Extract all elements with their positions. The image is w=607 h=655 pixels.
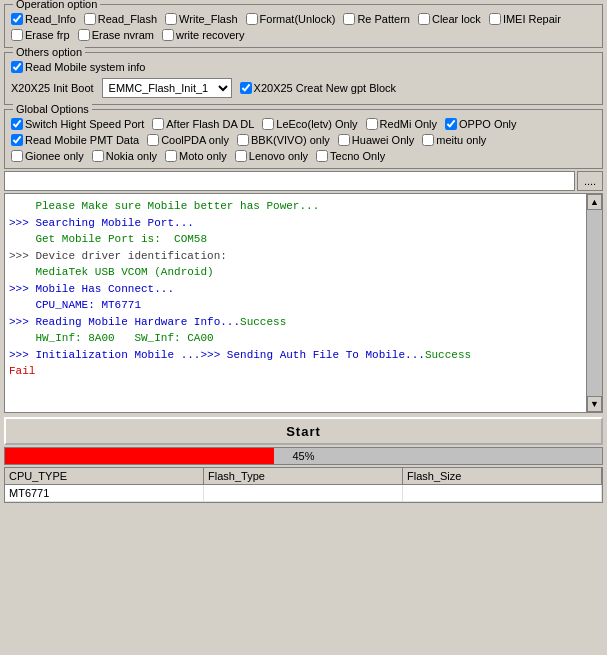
- cb-after-flash-da-input[interactable]: [152, 118, 164, 130]
- cb-re-pattern[interactable]: Re Pattern: [343, 13, 410, 25]
- table-cell-flash-size: [403, 485, 602, 501]
- log-area: Please Make sure Mobile better has Power…: [4, 193, 603, 413]
- cb-read-flash-input[interactable]: [84, 13, 96, 25]
- cb-read-mobile-pmt[interactable]: Read Mobile PMT Data: [11, 134, 139, 146]
- table-cell-flash-type: [204, 485, 403, 501]
- cb-write-flash-input[interactable]: [165, 13, 177, 25]
- global-options-row1: Switch Hight Speed Port After Flash DA D…: [11, 118, 596, 130]
- cb-read-mobile-pmt-input[interactable]: [11, 134, 23, 146]
- cb-bbk-vivo[interactable]: BBK(VIVO) only: [237, 134, 330, 146]
- scroll-down-button[interactable]: ▼: [587, 396, 602, 412]
- cb-tecno-only[interactable]: Tecno Only: [316, 150, 385, 162]
- cb-clear-lock-input[interactable]: [418, 13, 430, 25]
- log-line-6: >>> Mobile Has Connect...: [9, 281, 582, 298]
- cb-read-mobile-system-label: Read Mobile system info: [25, 61, 145, 73]
- cb-meitu-only[interactable]: meitu only: [422, 134, 486, 146]
- cb-gpt-block[interactable]: X20X25 Creat New gpt Block: [240, 82, 396, 94]
- cb-coolpda-only-label: CoolPDA only: [161, 134, 229, 146]
- start-button-row: Start: [4, 417, 603, 445]
- cb-tecno-only-input[interactable]: [316, 150, 328, 162]
- cb-gionee-only-label: Gionee only: [25, 150, 84, 162]
- cb-imei-repair[interactable]: IMEI Repair: [489, 13, 561, 25]
- cb-redmi-only[interactable]: RedMi Only: [366, 118, 437, 130]
- cb-re-pattern-label: Re Pattern: [357, 13, 410, 25]
- cb-format-unlock-input[interactable]: [246, 13, 258, 25]
- browse-button[interactable]: ....: [577, 171, 603, 191]
- cb-clear-lock[interactable]: Clear lock: [418, 13, 481, 25]
- cb-moto-only[interactable]: Moto only: [165, 150, 227, 162]
- cb-write-recovery-label: write recovery: [176, 29, 244, 41]
- file-path-input[interactable]: [4, 171, 575, 191]
- cb-leeco-only[interactable]: LeEco(letv) Only: [262, 118, 357, 130]
- cb-after-flash-da-label: After Flash DA DL: [166, 118, 254, 130]
- cb-read-flash-label: Read_Flash: [98, 13, 157, 25]
- cb-re-pattern-input[interactable]: [343, 13, 355, 25]
- global-options-section: Global Options Switch Hight Speed Port A…: [4, 109, 603, 169]
- cb-redmi-only-input[interactable]: [366, 118, 378, 130]
- cb-erase-frp-input[interactable]: [11, 29, 23, 41]
- cb-read-info[interactable]: Read_Info: [11, 13, 76, 25]
- cb-read-info-input[interactable]: [11, 13, 23, 25]
- cb-lenovo-only-input[interactable]: [235, 150, 247, 162]
- log-line-1: Please Make sure Mobile better has Power…: [9, 198, 582, 215]
- table-header-row: CPU_TYPE Flash_Type Flash_Size: [5, 468, 602, 485]
- cb-read-mobile-system[interactable]: Read Mobile system info: [11, 61, 596, 73]
- cb-read-info-label: Read_Info: [25, 13, 76, 25]
- cb-erase-nvram-label: Erase nvram: [92, 29, 154, 41]
- cb-write-recovery[interactable]: write recovery: [162, 29, 244, 41]
- start-button[interactable]: Start: [4, 417, 603, 445]
- cb-oppo-only[interactable]: OPPO Only: [445, 118, 516, 130]
- cb-bbk-vivo-label: BBK(VIVO) only: [251, 134, 330, 146]
- cb-imei-repair-input[interactable]: [489, 13, 501, 25]
- log-line-3: Get Mobile Port is: COM58: [9, 231, 582, 248]
- cb-format-unlock[interactable]: Format(Unlock): [246, 13, 336, 25]
- init-boot-dropdown[interactable]: EMMC_Flash_Init_1 EMMC_Flash_Init_2: [102, 78, 232, 98]
- cb-write-flash[interactable]: Write_Flash: [165, 13, 237, 25]
- cb-leeco-only-input[interactable]: [262, 118, 274, 130]
- cb-write-recovery-input[interactable]: [162, 29, 174, 41]
- cb-gionee-only-input[interactable]: [11, 150, 23, 162]
- log-line-11: Fail: [9, 363, 582, 380]
- cb-redmi-only-label: RedMi Only: [380, 118, 437, 130]
- cb-nokia-only[interactable]: Nokia only: [92, 150, 157, 162]
- cb-oppo-only-input[interactable]: [445, 118, 457, 130]
- scroll-up-button[interactable]: ▲: [587, 194, 602, 210]
- cb-moto-only-input[interactable]: [165, 150, 177, 162]
- cb-meitu-only-label: meitu only: [436, 134, 486, 146]
- cb-leeco-only-label: LeEco(letv) Only: [276, 118, 357, 130]
- cb-read-mobile-system-input[interactable]: [11, 61, 23, 73]
- cb-huawei-only[interactable]: Huawei Only: [338, 134, 414, 146]
- cb-gpt-block-input[interactable]: [240, 82, 252, 94]
- operation-option-section: Operation option Read_Info Read_Flash Wr…: [4, 4, 603, 48]
- cb-switch-hight[interactable]: Switch Hight Speed Port: [11, 118, 144, 130]
- cb-gionee-only[interactable]: Gionee only: [11, 150, 84, 162]
- cb-erase-nvram[interactable]: Erase nvram: [78, 29, 154, 41]
- cb-lenovo-only[interactable]: Lenovo only: [235, 150, 308, 162]
- cb-gpt-block-label: X20X25 Creat New gpt Block: [254, 82, 396, 94]
- cb-lenovo-only-label: Lenovo only: [249, 150, 308, 162]
- table-header-cpu-type: CPU_TYPE: [5, 468, 204, 484]
- others-option-label: Others option: [13, 46, 85, 58]
- cb-moto-only-label: Moto only: [179, 150, 227, 162]
- cb-huawei-only-input[interactable]: [338, 134, 350, 146]
- cb-after-flash-da[interactable]: After Flash DA DL: [152, 118, 254, 130]
- cb-erase-nvram-input[interactable]: [78, 29, 90, 41]
- cb-bbk-vivo-input[interactable]: [237, 134, 249, 146]
- global-options-label: Global Options: [13, 103, 92, 115]
- log-content: Please Make sure Mobile better has Power…: [5, 194, 586, 412]
- cb-format-unlock-label: Format(Unlock): [260, 13, 336, 25]
- cb-read-flash[interactable]: Read_Flash: [84, 13, 157, 25]
- cb-coolpda-only[interactable]: CoolPDA only: [147, 134, 229, 146]
- cb-erase-frp[interactable]: Erase frp: [11, 29, 70, 41]
- global-options-row2: Read Mobile PMT Data CoolPDA only BBK(VI…: [11, 134, 596, 146]
- cb-coolpda-only-input[interactable]: [147, 134, 159, 146]
- cb-meitu-only-input[interactable]: [422, 134, 434, 146]
- log-line-4: >>> Device driver identification:: [9, 248, 582, 265]
- table-header-flash-size: Flash_Size: [403, 468, 602, 484]
- cb-nokia-only-input[interactable]: [92, 150, 104, 162]
- cb-switch-hight-input[interactable]: [11, 118, 23, 130]
- log-scrollbar[interactable]: ▲ ▼: [586, 194, 602, 412]
- operation-checkboxes-row1: Read_Info Read_Flash Write_Flash Format(…: [11, 13, 596, 25]
- table-header-flash-type: Flash_Type: [204, 468, 403, 484]
- scroll-thumb[interactable]: [587, 210, 602, 396]
